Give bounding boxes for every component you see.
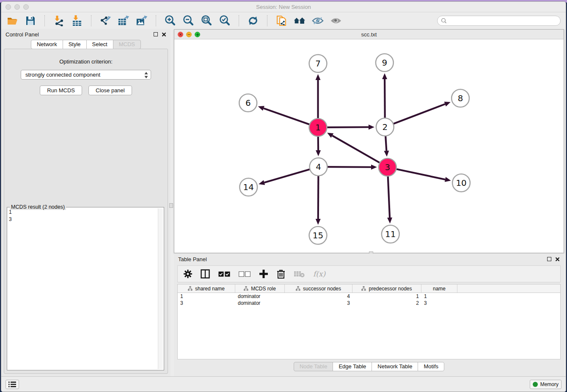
- tab-edge-table[interactable]: Edge Table: [333, 362, 372, 371]
- graph-node-label: 1: [315, 122, 321, 133]
- graph-node-label: 9: [382, 58, 388, 68]
- tab-network[interactable]: Network: [31, 40, 63, 49]
- home-views-button[interactable]: [294, 15, 306, 27]
- tab-node-table[interactable]: Node Table: [294, 362, 333, 371]
- graph-edge-arrowhead: [258, 106, 264, 110]
- control-panel-tabs: Network Style Select MCDS: [1, 40, 171, 49]
- graph-node-label: 14: [243, 182, 254, 192]
- maximize-window-button[interactable]: [23, 4, 29, 10]
- tab-network-table[interactable]: Network Table: [372, 362, 418, 371]
- export-network-button[interactable]: [99, 15, 111, 27]
- zoom-out-button[interactable]: [182, 15, 194, 27]
- delete-table-button[interactable]: [294, 270, 305, 278]
- refresh-layout-button[interactable]: [247, 15, 259, 27]
- node-table[interactable]: shared name MCDS role successor nodes pr…: [177, 284, 561, 359]
- network-graph[interactable]: 7968124314101511: [174, 39, 564, 253]
- table-row[interactable]: 1 dominator 4 1 1: [178, 293, 560, 300]
- delete-row-button[interactable]: [277, 269, 285, 279]
- graph-edge-arrowhead: [371, 165, 377, 170]
- gear-icon: [184, 270, 192, 278]
- app-window: Session: New Session: [1, 1, 566, 392]
- select-all-rows-button[interactable]: [218, 271, 230, 277]
- network-maximize-button[interactable]: [195, 32, 200, 37]
- run-mcds-button[interactable]: Run MCDS: [40, 86, 82, 95]
- export-table-button[interactable]: [118, 15, 129, 27]
- tab-motifs[interactable]: Motifs: [418, 362, 444, 371]
- table-panel-header: Table Panel: [174, 254, 564, 265]
- table-settings-button[interactable]: [184, 270, 192, 278]
- criterion-select-value: strongly connected component: [25, 72, 100, 78]
- graph-node-label: 10: [456, 178, 466, 188]
- zoom-selected-button[interactable]: [219, 15, 231, 27]
- zoom-out-icon: [182, 15, 194, 27]
- control-panel-header: Control Panel: [1, 29, 171, 40]
- add-row-button[interactable]: [259, 269, 268, 279]
- content-area: Control Panel Network Style Select MCDS …: [1, 29, 566, 376]
- graph-edge-3-1[interactable]: [332, 135, 388, 167]
- tab-style[interactable]: Style: [63, 40, 87, 49]
- hide-details-button[interactable]: [312, 15, 324, 27]
- mcds-result-box: MCDS result (2 nodes) 1 3: [7, 207, 164, 370]
- graph-node-label: 7: [315, 58, 321, 69]
- network-canvas[interactable]: 7968124314101511: [174, 39, 564, 253]
- deselect-all-rows-button[interactable]: [239, 271, 250, 277]
- trash-icon: [277, 269, 285, 279]
- float-table-panel-icon[interactable]: [547, 257, 551, 261]
- column-header-predecessor-nodes[interactable]: predecessor nodes: [352, 284, 421, 293]
- zoom-in-button[interactable]: [164, 15, 176, 27]
- save-floppy-icon: [25, 16, 36, 26]
- minimize-window-button[interactable]: [14, 4, 20, 10]
- show-details-button[interactable]: [330, 15, 342, 27]
- tab-select[interactable]: Select: [86, 40, 113, 49]
- zoom-fit-icon: [201, 15, 212, 27]
- window-controls: [6, 4, 29, 10]
- memory-button[interactable]: Memory: [530, 380, 561, 389]
- network-window-title: scc.txt: [174, 30, 564, 39]
- criterion-select[interactable]: strongly connected component: [21, 70, 151, 80]
- network-minimize-button[interactable]: [186, 32, 192, 37]
- table-panel: Table Panel: [174, 254, 564, 376]
- column-header-name[interactable]: name: [421, 284, 457, 293]
- export-image-button[interactable]: [136, 15, 148, 27]
- zoom-fit-button[interactable]: [201, 15, 212, 27]
- graph-node-label: 8: [458, 93, 463, 103]
- search-input[interactable]: [437, 16, 561, 26]
- close-panel-icon[interactable]: [162, 32, 166, 37]
- network-close-button[interactable]: [178, 32, 183, 37]
- task-history-button[interactable]: [6, 380, 19, 389]
- close-window-button[interactable]: [6, 4, 11, 10]
- zoom-selected-icon: [219, 15, 231, 27]
- vertical-splitter-handle[interactable]: [169, 203, 173, 208]
- table-row[interactable]: 3 dominator 3 2 3: [178, 300, 560, 306]
- toolbar-separator: [91, 15, 91, 26]
- graph-edge-arrowhead: [387, 218, 392, 224]
- control-panel: Control Panel Network Style Select MCDS …: [1, 29, 171, 376]
- mcds-panel-body: Optimization criterion: strongly connect…: [4, 49, 168, 374]
- toggle-columns-button[interactable]: [201, 269, 210, 279]
- close-table-panel-icon[interactable]: [555, 257, 560, 262]
- window-title: Session: New Session: [1, 2, 566, 12]
- save-session-button[interactable]: [25, 15, 36, 27]
- hierarchy-icon: [296, 286, 300, 291]
- float-panel-icon[interactable]: [154, 32, 158, 36]
- apply-function-button[interactable]: f(x): [313, 270, 325, 278]
- column-header-mcds-role[interactable]: MCDS role: [235, 284, 285, 293]
- import-table-button[interactable]: [71, 15, 83, 27]
- close-panel-button[interactable]: Close panel: [88, 86, 132, 95]
- clone-network-button[interactable]: [275, 15, 287, 27]
- title-bar: Session: New Session: [1, 2, 566, 12]
- mcds-result-text[interactable]: 1 3: [9, 209, 157, 369]
- graph-edge-2-8[interactable]: [385, 104, 445, 127]
- tab-mcds[interactable]: MCDS: [113, 40, 141, 49]
- toolbar-separator: [267, 15, 267, 26]
- result-scrollbar[interactable]: [158, 208, 163, 369]
- toolbar-separator: [239, 15, 239, 26]
- graph-edge-arrowhead: [316, 74, 321, 80]
- open-session-button[interactable]: [6, 15, 18, 27]
- network-window-titlebar[interactable]: scc.txt: [174, 30, 564, 39]
- import-network-button[interactable]: [53, 15, 65, 27]
- column-header-shared-name[interactable]: shared name: [178, 284, 235, 293]
- result-line: 1: [9, 209, 157, 216]
- column-header-successor-nodes[interactable]: successor nodes: [285, 284, 352, 293]
- hierarchy-icon: [361, 286, 366, 291]
